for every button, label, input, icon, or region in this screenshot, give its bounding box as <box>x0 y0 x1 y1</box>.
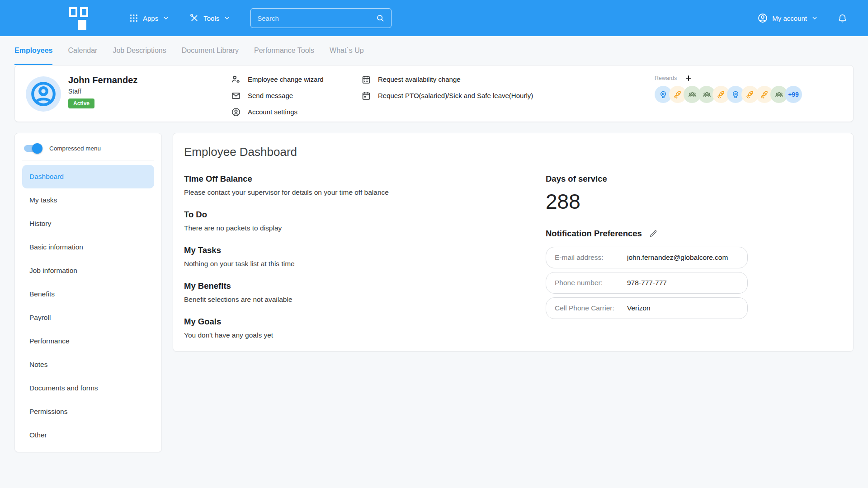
group-icon <box>702 90 712 99</box>
section-heading: My Tasks <box>184 245 546 255</box>
apps-grid-icon <box>129 13 139 23</box>
section-body: Nothing on your task list at this time <box>184 260 546 268</box>
rocket-icon <box>745 90 755 99</box>
tab-calendar[interactable]: Calendar <box>68 36 97 65</box>
compressed-menu-toggle[interactable] <box>24 145 41 152</box>
notification-preferences-heading: Notification Preferences <box>546 229 642 239</box>
compressed-menu-label: Compressed menu <box>49 145 101 152</box>
employee-identity: John Fernandez Staff Active <box>68 75 137 108</box>
section-body: You don't have any goals yet <box>184 331 546 339</box>
app-logo[interactable] <box>69 6 90 30</box>
group-icon <box>774 90 784 99</box>
action-request-pto[interactable]: Request PTO(salaried)/Sick and Safe leav… <box>361 89 533 102</box>
section-time-off-balance: Time Off Balance Please contact your sup… <box>184 174 546 197</box>
sidebar: Compressed menu Dashboard My tasks Histo… <box>14 133 162 452</box>
section-my-tasks: My Tasks Nothing on your task list at th… <box>184 245 546 268</box>
search-box <box>250 8 392 28</box>
tools-icon <box>189 13 199 23</box>
logo-square-outline <box>69 7 77 17</box>
notifications-button[interactable] <box>837 13 848 23</box>
rewards-label: Rewards <box>655 75 677 81</box>
chevron-down-icon <box>162 14 170 22</box>
days-of-service-value: 288 <box>546 189 842 214</box>
field-value: 978-777-777 <box>627 279 667 287</box>
action-request-availability-change[interactable]: Request availability change <box>361 73 533 86</box>
quick-actions-left: Employee change wizard Send message Acco… <box>231 73 324 122</box>
logo-square-filled <box>78 20 86 30</box>
search-icon[interactable] <box>376 14 385 23</box>
section-heading: My Goals <box>184 317 546 327</box>
rocket-icon <box>717 90 726 99</box>
employee-name: John Fernandez <box>68 75 137 85</box>
sidebar-item-my-tasks[interactable]: My tasks <box>22 188 154 212</box>
brain-gear-icon <box>731 90 741 99</box>
employee-summary-card: John Fernandez Staff Active Employee cha… <box>14 65 854 122</box>
module-tabs: Employees Calendar Job Descriptions Docu… <box>0 36 868 65</box>
action-label: Employee change wizard <box>248 75 324 83</box>
sidebar-item-documents-and-forms[interactable]: Documents and forms <box>22 376 154 400</box>
my-account-button[interactable]: My account <box>757 13 818 23</box>
phone-field[interactable]: Phone number: 978-777-777 <box>546 272 748 294</box>
person-gear-icon <box>231 75 241 84</box>
sidebar-item-basic-information[interactable]: Basic information <box>22 235 154 259</box>
action-employee-change-wizard[interactable]: Employee change wizard <box>231 73 324 86</box>
status-badge: Active <box>68 99 94 108</box>
employee-role: Staff <box>68 88 137 95</box>
tools-menu-label: Tools <box>203 14 219 22</box>
action-account-settings[interactable]: Account settings <box>231 105 324 118</box>
edit-pencil-icon[interactable] <box>649 229 658 238</box>
person-circle-icon <box>231 107 241 117</box>
sidebar-item-history[interactable]: History <box>22 212 154 235</box>
tab-whats-up[interactable]: What`s Up <box>330 36 364 65</box>
tab-job-descriptions[interactable]: Job Descriptions <box>113 36 166 65</box>
sidebar-item-dashboard[interactable]: Dashboard <box>22 165 154 188</box>
sidebar-item-other[interactable]: Other <box>22 423 154 447</box>
avatar-person-icon <box>29 80 57 108</box>
field-label: E-mail address: <box>555 253 627 262</box>
sidebar-item-payroll[interactable]: Payroll <box>22 306 154 329</box>
chevron-down-icon <box>811 14 818 22</box>
section-heading: To Do <box>184 210 546 220</box>
tab-document-library[interactable]: Document Library <box>182 36 239 65</box>
sidebar-item-permissions[interactable]: Permissions <box>22 400 154 423</box>
tab-employees[interactable]: Employees <box>14 36 52 65</box>
rocket-icon <box>673 90 683 99</box>
tools-menu-button[interactable]: Tools <box>189 13 231 23</box>
tab-performance-tools[interactable]: Performance Tools <box>254 36 314 65</box>
apps-menu-button[interactable]: Apps <box>129 13 170 23</box>
section-heading: Time Off Balance <box>184 174 546 184</box>
rewards-overflow-badge[interactable]: +99 <box>785 86 802 103</box>
action-label: Account settings <box>248 108 297 116</box>
field-value: john.fernandez@globalcore.com <box>627 253 728 262</box>
sidebar-item-performance[interactable]: Performance <box>22 329 154 353</box>
reward-badges: +99 <box>655 86 802 103</box>
section-heading: My Benefits <box>184 281 546 291</box>
action-label: Request PTO(salaried)/Sick and Safe leav… <box>378 92 533 99</box>
employee-dashboard-card: Employee Dashboard Time Off Balance Plea… <box>173 133 854 352</box>
dashboard-left-column: Time Off Balance Please contact your sup… <box>184 174 546 352</box>
action-label: Request availability change <box>378 75 461 83</box>
calendar-icon <box>361 75 371 84</box>
sidebar-divider <box>22 160 154 160</box>
email-field[interactable]: E-mail address: john.fernandez@globalcor… <box>546 247 748 268</box>
section-body: Benefit selections are not available <box>184 296 546 304</box>
search-input[interactable] <box>257 14 376 22</box>
field-label: Phone number: <box>555 279 627 287</box>
carrier-field[interactable]: Cell Phone Carrier: Verizon <box>546 297 748 319</box>
apps-menu-label: Apps <box>143 14 158 22</box>
add-reward-button[interactable] <box>684 74 693 83</box>
rocket-icon <box>760 90 769 99</box>
sidebar-item-job-information[interactable]: Job information <box>22 259 154 282</box>
dashboard-right-column: Days of service 288 Notification Prefere… <box>546 174 842 352</box>
section-my-benefits: My Benefits Benefit selections are not a… <box>184 281 546 304</box>
sidebar-item-benefits[interactable]: Benefits <box>22 282 154 306</box>
field-value: Verizon <box>627 304 651 312</box>
brain-gear-icon <box>659 90 668 99</box>
sidebar-item-notes[interactable]: Notes <box>22 353 154 376</box>
envelope-icon <box>231 91 241 101</box>
bell-icon <box>837 13 848 23</box>
section-to-do: To Do There are no packets to display <box>184 210 546 232</box>
chevron-down-icon <box>223 14 231 22</box>
my-account-label: My account <box>772 14 807 22</box>
action-send-message[interactable]: Send message <box>231 89 324 102</box>
